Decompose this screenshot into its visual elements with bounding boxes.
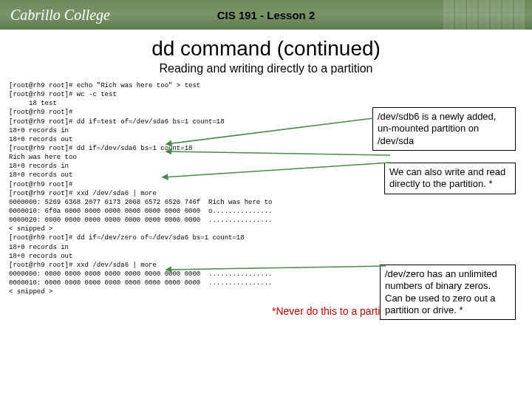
slide-body: dd command (continued) Reading and writi… (0, 30, 532, 317)
callout-partition-info: /dev/sdb6 is a newly added, un-mounted p… (372, 107, 516, 151)
banner-decoration (443, 0, 532, 30)
college-logo: Cabrillo College (0, 7, 110, 24)
slide-title: dd command (continued) (7, 37, 525, 61)
callout-read-write: We can also write and read directly to t… (384, 163, 516, 194)
callout-dev-zero: /dev/zero has an unlimited numbers of bi… (380, 265, 516, 320)
slide-subtitle: Reading and writing directly to a partit… (7, 62, 525, 75)
banner: Cabrillo College CIS 191 - Lesson 2 (0, 0, 532, 30)
course-title: CIS 191 - Lesson 2 (217, 9, 316, 21)
